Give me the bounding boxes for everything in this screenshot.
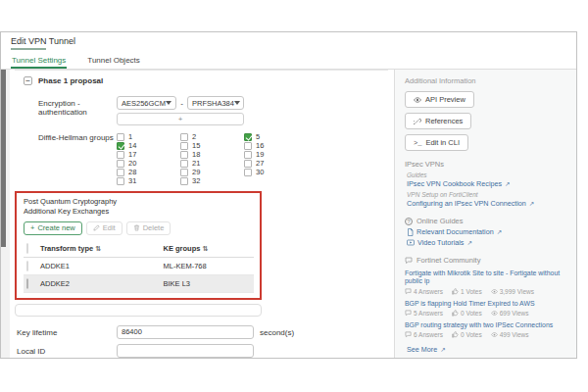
checkbox-icon[interactable] xyxy=(180,169,188,176)
external-link-icon: ↗ xyxy=(505,180,510,188)
references-button[interactable]: References xyxy=(405,113,471,129)
dh-group-30[interactable]: 30 xyxy=(244,168,308,176)
configuring-ipsec-link[interactable]: Configuring an IPsec VPN Connection ↗ xyxy=(407,199,570,208)
table-row-addke1[interactable]: ADDKE1 ML-KEM-768 xyxy=(24,257,254,274)
checkbox-icon[interactable] xyxy=(117,133,124,141)
checkbox-icon[interactable] xyxy=(180,133,188,141)
column-ke-groups[interactable]: KE groups ⇅ xyxy=(160,240,254,258)
dh-group-27[interactable]: 27 xyxy=(244,159,308,168)
guides-caption: Guides xyxy=(407,172,570,178)
checkbox-icon[interactable] xyxy=(117,151,124,159)
tab-tunnel-settings[interactable]: Tunnel Settings xyxy=(11,54,67,69)
dh-groups-row: Diffie-Hellman groups 1 14 17 20 28 31 2 xyxy=(38,130,388,185)
checkbox-icon[interactable] xyxy=(117,160,124,168)
additional-information-sidebar: Additional Information API Preview Refer… xyxy=(394,70,576,358)
votes-icon xyxy=(452,288,459,295)
external-link-icon: ↗ xyxy=(466,239,471,247)
add-proposal-button[interactable]: + xyxy=(117,113,244,125)
dh-group-32[interactable]: 32 xyxy=(180,176,244,185)
answers-icon xyxy=(405,288,412,295)
dh-group-28[interactable]: 28 xyxy=(117,168,180,176)
dh-group-19[interactable]: 19 xyxy=(244,150,308,159)
create-new-button[interactable]: + Create new xyxy=(24,221,82,235)
edit-in-cli-button[interactable]: >_ Edit in CLI xyxy=(405,134,468,151)
table-header-row: Transform type ⇅ KE groups ⇅ xyxy=(24,240,254,258)
dh-group-31[interactable]: 31 xyxy=(117,176,180,185)
tab-tunnel-objects[interactable]: Tunnel Objects xyxy=(86,54,141,69)
checkbox-icon[interactable] xyxy=(244,151,252,159)
votes-icon xyxy=(452,331,459,338)
dh-group-5[interactable]: 5 xyxy=(244,132,308,141)
community-thread: BGP routing strategy with two IPSec Conn… xyxy=(405,321,570,338)
dh-group-29[interactable]: 29 xyxy=(180,168,244,176)
row-checkbox[interactable] xyxy=(26,261,28,271)
select-all-checkbox[interactable] xyxy=(26,243,28,254)
thread-title-link[interactable]: Fortigate with Mikrotik Site to site - F… xyxy=(405,270,570,286)
ipsec-vpns-heading: IPsec VPNs xyxy=(405,160,570,169)
thread-title-link[interactable]: BGP is flapping Hold Timer Expired to AW… xyxy=(405,300,570,308)
checkbox-icon[interactable] xyxy=(117,177,124,185)
fortinet-community-heading: Fortinet Community xyxy=(405,256,570,265)
delete-button[interactable]: Delete xyxy=(126,221,172,235)
answers-icon xyxy=(405,310,412,317)
relevant-documentation-link[interactable]: Relevant Documentation ↗ xyxy=(407,227,570,236)
dh-group-20[interactable]: 20 xyxy=(117,159,180,168)
checkbox-icon[interactable] xyxy=(244,169,252,176)
column-transform-type[interactable]: Transform type ⇅ xyxy=(37,240,160,258)
key-lifetime-input[interactable] xyxy=(117,325,254,339)
see-more-link[interactable]: See More ↗ xyxy=(407,345,570,354)
vertical-scrollbar[interactable] xyxy=(1,70,10,358)
local-id-input[interactable] xyxy=(117,344,254,358)
external-link-icon: ↗ xyxy=(440,346,445,354)
terminal-icon: >_ xyxy=(414,139,421,147)
answers-icon xyxy=(405,331,412,338)
authentication-select[interactable]: PRFSHA384 xyxy=(187,96,244,110)
votes-icon xyxy=(452,310,459,317)
encryption-select[interactable]: AES256GCM xyxy=(117,96,176,110)
row-checkbox[interactable] xyxy=(26,278,28,289)
checkbox-icon[interactable] xyxy=(117,169,124,176)
checkbox-icon[interactable] xyxy=(180,160,188,168)
views-icon xyxy=(491,310,498,317)
transform-type-cell: ADDKE1 xyxy=(37,257,160,274)
thread-title-link[interactable]: BGP routing strategy with two IPSec Conn… xyxy=(405,321,570,329)
checkbox-icon[interactable] xyxy=(244,142,252,150)
dh-group-18[interactable]: 18 xyxy=(180,150,244,159)
question-circle-icon: ? xyxy=(405,218,413,225)
checkbox-checked-icon[interactable] xyxy=(117,142,124,150)
key-lifetime-label: Key lifetime xyxy=(17,325,117,339)
dh-group-21[interactable]: 21 xyxy=(180,159,244,168)
dh-group-2[interactable]: 2 xyxy=(180,132,244,141)
external-link-icon: ↗ xyxy=(497,228,502,236)
collapse-icon[interactable]: − xyxy=(24,76,32,85)
ke-groups-cell: BIKE L3 xyxy=(160,274,254,292)
cookbook-recipes-link[interactable]: IPsec VPN Cookbook Recipes ↗ xyxy=(407,179,570,188)
dh-group-14[interactable]: 14 xyxy=(117,141,180,150)
page-title: Edit VPN Tunnel xyxy=(11,36,576,46)
checkbox-icon[interactable] xyxy=(244,160,252,168)
post-quantum-section: Post Quantum Cryptography Additional Key… xyxy=(15,191,262,300)
video-tutorials-link[interactable]: Video Tutorials ↗ xyxy=(407,238,570,247)
table-row-addke2[interactable]: ADDKE2 BIKE L3 xyxy=(24,274,254,292)
window-header: Edit VPN Tunnel xyxy=(1,32,576,50)
checkbox-icon[interactable] xyxy=(180,177,188,185)
dh-group-15[interactable]: 15 xyxy=(180,141,244,150)
checkbox-icon[interactable] xyxy=(180,151,188,159)
key-lifetime-row: Key lifetime second(s) xyxy=(17,325,388,339)
dh-group-16[interactable]: 16 xyxy=(244,141,308,150)
transform-type-cell: ADDKE2 xyxy=(37,274,160,292)
checkbox-checked-icon[interactable] xyxy=(244,133,252,141)
external-link-icon: ↗ xyxy=(529,200,534,208)
encryption-label: Encryption - authentication xyxy=(38,96,117,125)
edit-button[interactable]: Edit xyxy=(86,221,122,235)
checkbox-icon[interactable] xyxy=(180,142,188,150)
api-preview-button[interactable]: API Preview xyxy=(405,91,474,108)
local-id-row: Local ID xyxy=(17,344,388,358)
dh-group-17[interactable]: 17 xyxy=(117,150,180,159)
dh-group-1[interactable]: 1 xyxy=(117,132,180,141)
sort-icon[interactable]: ⇅ xyxy=(95,245,101,252)
sort-icon[interactable]: ⇅ xyxy=(202,245,208,252)
scrollbar-thumb[interactable] xyxy=(1,70,6,247)
plus-icon: + xyxy=(30,223,34,232)
screenshot-canvas: Edit VPN Tunnel Tunnel Settings Tunnel O… xyxy=(0,0,588,392)
